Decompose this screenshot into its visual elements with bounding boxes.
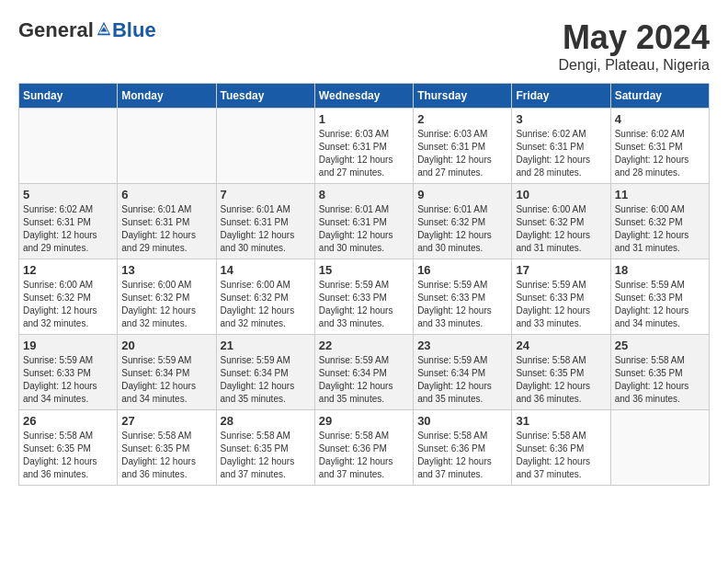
calendar-cell: 7Sunrise: 6:01 AM Sunset: 6:31 PM Daylig… [216, 184, 314, 259]
day-number: 7 [221, 188, 311, 201]
page-header: General Blue May 2024 Dengi, Plateau, Ni… [18, 18, 710, 74]
day-number: 11 [615, 188, 705, 201]
day-info: Sunrise: 5:58 AM Sunset: 6:36 PM Dayligh… [319, 430, 409, 481]
day-number: 22 [319, 339, 409, 352]
calendar-cell: 22Sunrise: 5:59 AM Sunset: 6:34 PM Dayli… [314, 335, 413, 410]
day-number: 12 [23, 263, 113, 277]
day-number: 15 [319, 263, 409, 277]
day-number: 27 [121, 414, 211, 428]
calendar-cell: 21Sunrise: 5:59 AM Sunset: 6:34 PM Dayli… [216, 335, 314, 410]
calendar-cell: 17Sunrise: 5:59 AM Sunset: 6:33 PM Dayli… [512, 259, 610, 335]
title-area: May 2024 Dengi, Plateau, Nigeria [558, 18, 710, 74]
calendar-cell: 25Sunrise: 5:58 AM Sunset: 6:35 PM Dayli… [610, 335, 709, 410]
day-info: Sunrise: 6:00 AM Sunset: 6:32 PM Dayligh… [221, 279, 311, 330]
calendar-cell [19, 109, 118, 184]
day-number: 21 [221, 339, 311, 352]
calendar-cell: 28Sunrise: 5:58 AM Sunset: 6:35 PM Dayli… [216, 410, 314, 486]
calendar-cell: 31Sunrise: 5:58 AM Sunset: 6:36 PM Dayli… [512, 410, 610, 486]
calendar-cell: 8Sunrise: 6:01 AM Sunset: 6:31 PM Daylig… [314, 184, 413, 259]
logo-icon [96, 20, 112, 37]
day-info: Sunrise: 6:02 AM Sunset: 6:31 PM Dayligh… [516, 128, 606, 179]
day-info: Sunrise: 6:02 AM Sunset: 6:31 PM Dayligh… [615, 128, 705, 179]
calendar-cell: 13Sunrise: 6:00 AM Sunset: 6:32 PM Dayli… [118, 259, 216, 335]
day-info: Sunrise: 5:58 AM Sunset: 6:35 PM Dayligh… [615, 354, 705, 406]
weekday-header-monday: Monday [118, 84, 216, 109]
day-info: Sunrise: 5:59 AM Sunset: 6:34 PM Dayligh… [121, 354, 211, 406]
day-info: Sunrise: 5:59 AM Sunset: 6:33 PM Dayligh… [615, 279, 705, 330]
day-info: Sunrise: 5:58 AM Sunset: 6:35 PM Dayligh… [23, 430, 113, 481]
day-number: 30 [417, 414, 507, 428]
day-number: 2 [417, 112, 507, 126]
weekday-header-saturday: Saturday [610, 84, 709, 109]
day-info: Sunrise: 5:59 AM Sunset: 6:33 PM Dayligh… [23, 354, 113, 406]
day-info: Sunrise: 5:58 AM Sunset: 6:35 PM Dayligh… [221, 430, 311, 481]
calendar-cell: 27Sunrise: 5:58 AM Sunset: 6:35 PM Dayli… [118, 410, 216, 486]
day-info: Sunrise: 6:01 AM Sunset: 6:31 PM Dayligh… [319, 203, 409, 255]
day-number: 28 [221, 414, 311, 428]
day-number: 5 [23, 188, 113, 201]
calendar-cell: 6Sunrise: 6:01 AM Sunset: 6:31 PM Daylig… [118, 184, 216, 259]
calendar-week-row: 5Sunrise: 6:02 AM Sunset: 6:31 PM Daylig… [19, 184, 710, 259]
calendar-cell: 1Sunrise: 6:03 AM Sunset: 6:31 PM Daylig… [314, 109, 413, 184]
calendar-cell: 2Sunrise: 6:03 AM Sunset: 6:31 PM Daylig… [414, 109, 512, 184]
day-number: 10 [516, 188, 606, 201]
day-info: Sunrise: 5:59 AM Sunset: 6:34 PM Dayligh… [221, 354, 311, 406]
day-info: Sunrise: 5:59 AM Sunset: 6:33 PM Dayligh… [516, 279, 606, 330]
weekday-header-tuesday: Tuesday [216, 84, 314, 109]
day-number: 29 [319, 414, 409, 428]
day-number: 23 [417, 339, 507, 352]
day-number: 17 [516, 263, 606, 277]
calendar-cell: 14Sunrise: 6:00 AM Sunset: 6:32 PM Dayli… [216, 259, 314, 335]
day-number: 20 [121, 339, 211, 352]
calendar-header: SundayMondayTuesdayWednesdayThursdayFrid… [19, 84, 710, 109]
calendar-cell [610, 410, 709, 486]
weekday-header-sunday: Sunday [19, 84, 118, 109]
calendar-cell: 15Sunrise: 5:59 AM Sunset: 6:33 PM Dayli… [314, 259, 413, 335]
calendar-cell: 9Sunrise: 6:01 AM Sunset: 6:32 PM Daylig… [414, 184, 512, 259]
calendar-cell [216, 109, 314, 184]
calendar-cell: 30Sunrise: 5:58 AM Sunset: 6:36 PM Dayli… [414, 410, 512, 486]
day-number: 8 [319, 188, 409, 201]
calendar-cell: 3Sunrise: 6:02 AM Sunset: 6:31 PM Daylig… [512, 109, 610, 184]
calendar-cell: 19Sunrise: 5:59 AM Sunset: 6:33 PM Dayli… [19, 335, 118, 410]
calendar-cell: 29Sunrise: 5:58 AM Sunset: 6:36 PM Dayli… [314, 410, 413, 486]
calendar-week-row: 19Sunrise: 5:59 AM Sunset: 6:33 PM Dayli… [19, 335, 710, 410]
day-info: Sunrise: 6:02 AM Sunset: 6:31 PM Dayligh… [23, 203, 113, 255]
day-number: 19 [23, 339, 113, 352]
day-number: 14 [221, 263, 311, 277]
day-number: 3 [516, 112, 606, 126]
calendar-cell: 5Sunrise: 6:02 AM Sunset: 6:31 PM Daylig… [19, 184, 118, 259]
calendar-week-row: 26Sunrise: 5:58 AM Sunset: 6:35 PM Dayli… [19, 410, 710, 486]
calendar-cell: 10Sunrise: 6:00 AM Sunset: 6:32 PM Dayli… [512, 184, 610, 259]
day-number: 6 [121, 188, 211, 201]
calendar-cell: 20Sunrise: 5:59 AM Sunset: 6:34 PM Dayli… [118, 335, 216, 410]
logo-general-text: General [18, 18, 94, 42]
calendar-cell: 18Sunrise: 5:59 AM Sunset: 6:33 PM Dayli… [610, 259, 709, 335]
day-info: Sunrise: 5:58 AM Sunset: 6:35 PM Dayligh… [516, 354, 606, 406]
day-number: 1 [319, 112, 409, 126]
day-info: Sunrise: 6:00 AM Sunset: 6:32 PM Dayligh… [121, 279, 211, 330]
day-info: Sunrise: 6:00 AM Sunset: 6:32 PM Dayligh… [615, 203, 705, 255]
calendar-table: SundayMondayTuesdayWednesdayThursdayFrid… [18, 83, 710, 486]
day-info: Sunrise: 5:58 AM Sunset: 6:35 PM Dayligh… [121, 430, 211, 481]
location: Dengi, Plateau, Nigeria [558, 57, 710, 74]
day-info: Sunrise: 5:59 AM Sunset: 6:33 PM Dayligh… [417, 279, 507, 330]
day-info: Sunrise: 6:01 AM Sunset: 6:31 PM Dayligh… [221, 203, 311, 255]
day-info: Sunrise: 6:00 AM Sunset: 6:32 PM Dayligh… [23, 279, 113, 330]
calendar-cell: 24Sunrise: 5:58 AM Sunset: 6:35 PM Dayli… [512, 335, 610, 410]
day-info: Sunrise: 5:59 AM Sunset: 6:33 PM Dayligh… [319, 279, 409, 330]
calendar-cell [118, 109, 216, 184]
day-info: Sunrise: 5:58 AM Sunset: 6:36 PM Dayligh… [516, 430, 606, 481]
day-number: 13 [121, 263, 211, 277]
weekday-header-row: SundayMondayTuesdayWednesdayThursdayFrid… [19, 84, 710, 109]
day-number: 31 [516, 414, 606, 428]
calendar-cell: 11Sunrise: 6:00 AM Sunset: 6:32 PM Dayli… [610, 184, 709, 259]
day-info: Sunrise: 5:59 AM Sunset: 6:34 PM Dayligh… [417, 354, 507, 406]
logo-blue-text: Blue [112, 18, 156, 42]
calendar-cell: 23Sunrise: 5:59 AM Sunset: 6:34 PM Dayli… [414, 335, 512, 410]
day-info: Sunrise: 6:01 AM Sunset: 6:32 PM Dayligh… [417, 203, 507, 255]
day-info: Sunrise: 6:00 AM Sunset: 6:32 PM Dayligh… [516, 203, 606, 255]
weekday-header-thursday: Thursday [414, 84, 512, 109]
calendar-body: 1Sunrise: 6:03 AM Sunset: 6:31 PM Daylig… [19, 109, 710, 486]
day-info: Sunrise: 6:03 AM Sunset: 6:31 PM Dayligh… [417, 128, 507, 179]
